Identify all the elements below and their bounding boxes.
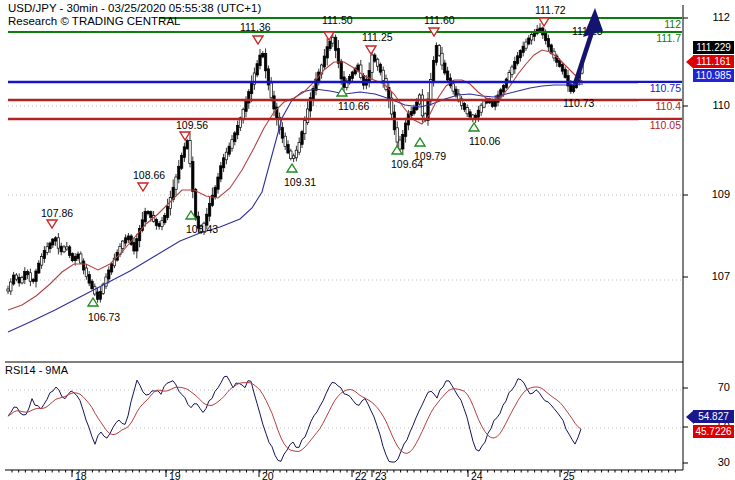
- rsi-ma-value-tag: 45.7226: [693, 425, 734, 438]
- projection-arrow-layer: [0, 0, 735, 480]
- trading-central-chart: USD/JPY - 30min - 03/25/2020 05:55:38 (U…: [0, 0, 735, 480]
- support-price-tag: 110.985: [693, 69, 734, 82]
- forecast-arrow-shaft: [575, 32, 592, 84]
- rsi-value-tag: 54.827: [693, 410, 734, 423]
- pivot-price-tag: 111.161: [693, 55, 734, 68]
- forecast-arrow-head-icon: [583, 8, 603, 37]
- last-price-tag: 111.229: [693, 41, 734, 54]
